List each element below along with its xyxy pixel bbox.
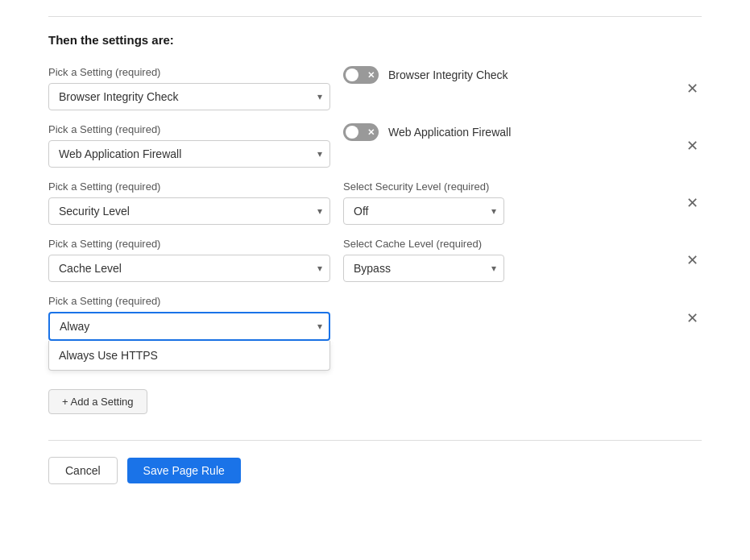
setting-select-1[interactable]: Browser Integrity Check — [48, 83, 330, 110]
autocomplete-dropdown: Always Use HTTPS — [48, 341, 330, 371]
autocomplete-option-https[interactable]: Always Use HTTPS — [49, 341, 329, 370]
setting-row-cache-level: Pick a Setting (required) Cache Level ▾ … — [48, 238, 702, 282]
remove-row-4-button[interactable]: ✕ — [683, 248, 702, 272]
setting-select-3[interactable]: Security Level — [48, 197, 330, 225]
browser-integrity-label: Browser Integrity Check — [388, 68, 508, 81]
cache-level-select-wrapper: Bypass ▾ — [343, 255, 504, 282]
waf-toggle[interactable]: ✕ — [343, 123, 379, 141]
setting-row-waf: Pick a Setting (required) Web Applicatio… — [48, 123, 702, 168]
setting-select-wrapper-4: Cache Level ▾ — [48, 255, 330, 282]
remove-row-1-button[interactable]: ✕ — [683, 77, 702, 101]
setting-select-5[interactable]: Alway — [48, 312, 330, 341]
toggle-knob-2 — [346, 126, 358, 139]
toggle-knob-1 — [346, 68, 358, 81]
setting-row-security-level: Pick a Setting (required) Security Level… — [48, 180, 702, 225]
save-page-rule-button[interactable]: Save Page Rule — [127, 458, 241, 483]
setting-select-wrapper-1: Browser Integrity Check ▾ — [48, 83, 330, 110]
toggle-off-icon-1: ✕ — [367, 71, 375, 80]
pick-setting-label-3: Pick a Setting (required) — [48, 180, 330, 193]
browser-integrity-toggle[interactable]: ✕ — [343, 66, 379, 84]
remove-row-5-button[interactable]: ✕ — [683, 306, 702, 330]
setting-row-alway: Pick a Setting (required) Alway ▾ Always… — [48, 295, 702, 341]
section-title: Then the settings are: — [48, 33, 702, 47]
setting-select-wrapper-5: Alway ▾ — [48, 312, 330, 341]
setting-select-4[interactable]: Cache Level — [48, 255, 330, 282]
pick-setting-label-5: Pick a Setting (required) — [48, 295, 330, 307]
security-level-select-wrapper: Off ▾ — [343, 197, 504, 225]
add-setting-button[interactable]: + Add a Setting — [48, 389, 147, 414]
pick-setting-label-2: Pick a Setting (required) — [48, 123, 330, 135]
toggle-off-icon-2: ✕ — [367, 128, 375, 137]
cancel-button[interactable]: Cancel — [48, 457, 118, 484]
setting-select-wrapper-2: Web Application Firewall ▾ — [48, 140, 330, 168]
security-level-select[interactable]: Off — [343, 197, 504, 225]
security-level-right-label: Select Security Level (required) — [343, 180, 504, 193]
pick-setting-label-4: Pick a Setting (required) — [48, 238, 330, 250]
pick-setting-label-1: Pick a Setting (required) — [48, 66, 330, 78]
cache-level-right-label: Select Cache Level (required) — [343, 238, 504, 250]
setting-row-browser-integrity: Pick a Setting (required) Browser Integr… — [48, 66, 702, 110]
setting-select-wrapper-3: Security Level ▾ — [48, 197, 330, 225]
remove-row-2-button[interactable]: ✕ — [683, 134, 702, 158]
waf-label: Web Application Firewall — [388, 126, 511, 139]
setting-select-2[interactable]: Web Application Firewall — [48, 140, 330, 168]
footer-actions: Cancel Save Page Rule — [48, 457, 702, 484]
remove-row-3-button[interactable]: ✕ — [683, 191, 702, 215]
cache-level-select[interactable]: Bypass — [343, 255, 504, 282]
